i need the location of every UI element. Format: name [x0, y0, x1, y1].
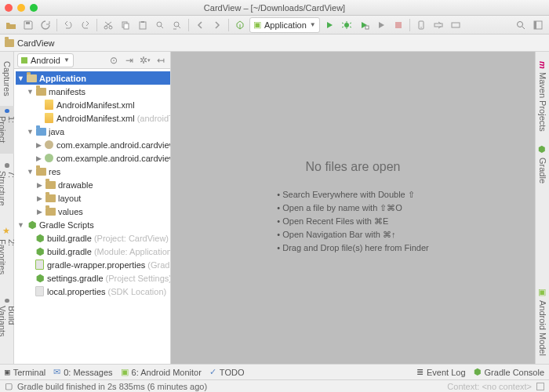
svg-rect-0	[26, 22, 30, 24]
cut-icon[interactable]	[100, 17, 116, 33]
svg-rect-6	[141, 21, 144, 23]
editor-area-empty[interactable]: No files are open Search Everywhere with…	[171, 52, 535, 364]
close-window-button[interactable]	[5, 4, 13, 12]
open-icon[interactable]	[3, 17, 19, 33]
tip-item: Drag and Drop file(s) here from Finder	[277, 243, 428, 252]
redo-icon[interactable]	[78, 17, 93, 33]
android-icon: ▣	[253, 20, 261, 30]
tree-node-java[interactable]: ▼ java	[16, 125, 170, 138]
avd-manager-icon[interactable]	[413, 17, 429, 33]
gradle-icon	[27, 220, 37, 230]
back-icon[interactable]	[192, 17, 208, 33]
run-coverage-icon[interactable]	[356, 17, 372, 33]
tool-gradle[interactable]: ⬢Gradle	[537, 141, 547, 187]
memory-indicator[interactable]	[536, 383, 544, 390]
scroll-to-source-icon[interactable]: ⊙	[107, 54, 120, 67]
breadcrumb-project: CardView	[17, 38, 55, 48]
status-bar: ▢ Gradle build finished in 2s 835ms (6 m…	[0, 379, 549, 392]
tree-node-gwp[interactable]: gradle-wrapper.properties (Gradle Versio…	[16, 258, 170, 271]
tool-gradle-console[interactable]: ⬢Gradle Console	[474, 367, 544, 377]
tree-node-pkg1[interactable]: ▶ com.example.android.cardview	[16, 138, 170, 151]
tree-node-manifest1[interactable]: AndroidManifest.xml	[16, 98, 170, 111]
toggle-tool-windows-icon[interactable]	[530, 17, 546, 33]
replace-icon[interactable]	[169, 17, 185, 33]
svg-rect-11	[395, 22, 402, 28]
minimize-window-button[interactable]	[17, 4, 25, 12]
debug-icon[interactable]	[339, 17, 354, 33]
tip-item: Open Recent Files with ⌘E	[277, 216, 428, 227]
window-controls	[5, 4, 38, 12]
tip-item: Open a file by name with ⇧⌘O	[277, 203, 428, 213]
svg-rect-18	[534, 21, 536, 29]
paste-icon[interactable]	[135, 17, 151, 33]
tool-terminal[interactable]: ▣Terminal	[5, 367, 45, 377]
toggle-tool-windows-icon[interactable]: ▢	[5, 381, 13, 391]
find-icon[interactable]	[152, 17, 168, 33]
tree-node-values[interactable]: ▶ values	[16, 205, 170, 218]
chevron-down-icon: ▼	[64, 56, 70, 64]
tree-node-bg1[interactable]: build.gradle (Project: CardView)	[16, 231, 170, 245]
android-icon	[21, 57, 27, 64]
svg-point-9	[344, 23, 349, 27]
copy-icon[interactable]	[118, 17, 133, 33]
svg-rect-14	[434, 24, 442, 27]
left-tool-gutter: Captures 1: Project 7: Structure ★2: Fav…	[0, 52, 14, 364]
svg-rect-5	[140, 22, 146, 29]
svg-point-13	[420, 27, 421, 27]
tool-maven[interactable]: mMaven Projects	[538, 58, 547, 135]
search-icon[interactable]	[513, 17, 529, 33]
tree-node-pkg2[interactable]: ▶ com.example.android.cardview (androidT…	[16, 151, 170, 165]
tree-node-lp[interactable]: local.properties (SDK Location)	[16, 285, 170, 298]
tree-node-res[interactable]: ▼ res	[16, 165, 170, 178]
undo-icon[interactable]	[60, 17, 76, 33]
project-panel-header: Android ▼ ⊙ ⇥ ✲▾ ↤	[14, 52, 170, 69]
project-tree[interactable]: ▼ Application ▼ manifests AndroidManifes…	[14, 69, 170, 364]
tree-node-drawable[interactable]: ▶ drawable	[16, 178, 170, 191]
svg-rect-15	[452, 23, 460, 27]
tree-node-layout[interactable]: ▶ layout	[16, 191, 170, 205]
hide-panel-icon[interactable]: ↤	[155, 54, 167, 67]
right-tool-gutter: mMaven Projects ⬢Gradle ▣Android Model	[535, 52, 549, 364]
sdk-manager-icon[interactable]	[431, 17, 446, 33]
no-files-heading: No files are open	[306, 160, 401, 174]
stop-icon[interactable]	[391, 17, 406, 33]
window-title: CardView – [~/Downloads/CardView]	[0, 3, 549, 13]
project-tool-window: Android ▼ ⊙ ⇥ ✲▾ ↤ ▼ Application ▼ manif…	[14, 52, 171, 364]
tool-messages[interactable]: ✉0: Messages	[53, 367, 112, 377]
maximize-window-button[interactable]	[30, 4, 38, 12]
save-icon[interactable]	[20, 17, 36, 33]
tool-android-monitor[interactable]: ▣6: Android Monitor	[121, 367, 202, 377]
run-icon[interactable]	[322, 17, 337, 33]
tree-node-manifest2[interactable]: AndroidManifest.xml (androidTest)	[16, 111, 170, 125]
tree-node-bg2[interactable]: build.gradle (Module: Application)	[16, 245, 170, 258]
collapse-icon[interactable]: ⇥	[123, 54, 136, 67]
project-view-dropdown[interactable]: Android ▼	[17, 53, 74, 67]
window-titlebar: CardView – [~/Downloads/CardView]	[0, 0, 549, 16]
tip-item: Search Everywhere with Double ⇧	[277, 190, 428, 200]
bottom-tool-bar: ▣Terminal ✉0: Messages ▣6: Android Monit…	[0, 364, 549, 379]
folder-icon	[5, 39, 14, 47]
ddms-icon[interactable]	[448, 17, 464, 33]
forward-icon[interactable]	[209, 17, 225, 33]
tool-todo[interactable]: ✓TODO	[209, 367, 245, 377]
main-toolbar: ▣ Application ▼	[0, 16, 549, 34]
tree-node-gradle-scripts[interactable]: ▼ Gradle Scripts	[16, 218, 170, 231]
svg-rect-10	[365, 26, 369, 29]
attach-debugger-icon[interactable]	[373, 17, 389, 33]
settings-icon[interactable]: ✲▾	[139, 54, 151, 67]
tree-node-sg[interactable]: settings.gradle (Project Settings)	[16, 271, 170, 285]
tree-node-app[interactable]: ▼ Application	[16, 71, 170, 85]
svg-point-16	[518, 21, 523, 27]
tool-android-model[interactable]: ▣Android Model	[537, 284, 547, 359]
run-configuration-dropdown[interactable]: ▣ Application ▼	[249, 17, 320, 33]
tree-node-manifests[interactable]: ▼ manifests	[16, 85, 170, 98]
tool-captures[interactable]: Captures	[2, 58, 12, 100]
navigation-bar[interactable]: CardView	[0, 34, 549, 52]
run-configuration-label: Application	[264, 20, 307, 30]
tool-event-log[interactable]: ≣Event Log	[416, 367, 466, 377]
status-context: Context: <no context>	[447, 382, 532, 391]
sync-icon[interactable]	[38, 17, 53, 33]
tip-item: Open Navigation Bar with ⌘↑	[277, 230, 428, 240]
breadcrumb[interactable]: CardView	[5, 38, 55, 48]
make-icon[interactable]	[232, 17, 248, 33]
